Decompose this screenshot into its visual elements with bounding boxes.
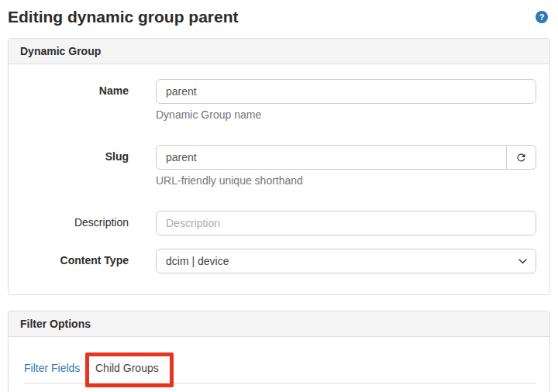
slug-field-row: Slug URL-friendly unique shorthand [20,145,536,187]
tab-item-filter-fields: Filter Fields [24,354,95,383]
page-title: Editing dynamic group parent [8,8,239,26]
name-label: Name [20,79,156,121]
dynamic-group-panel: Dynamic Group Name Dynamic Group name Sl… [8,38,550,295]
description-field-row: Description [20,211,536,236]
tab-child-groups[interactable]: Child Groups [95,354,159,383]
content-type-field-row: Content Type dcim | device [20,249,536,273]
content-type-label: Content Type [20,249,156,273]
dynamic-group-panel-title: Dynamic Group [9,39,549,64]
page-header: Editing dynamic group parent ? [0,0,558,26]
slug-input[interactable] [156,145,507,170]
regenerate-slug-button[interactable] [507,145,536,170]
description-label: Description [20,211,156,236]
slug-help-text: URL-friendly unique shorthand [156,174,536,187]
filter-options-panel-title: Filter Options [9,311,549,337]
content-type-select[interactable]: dcim | device [156,249,536,273]
description-input[interactable] [156,211,536,236]
tab-item-child-groups: Child Groups [95,354,159,383]
name-help-text: Dynamic Group name [156,108,536,121]
tab-filter-fields[interactable]: Filter Fields [24,354,95,383]
filter-options-panel: Filter Options Filter Fields Child Group… [8,311,550,392]
name-input[interactable] [156,79,536,104]
filter-tabs: Filter Fields Child Groups [24,354,536,383]
name-field-row: Name Dynamic Group name [20,79,536,121]
slug-label: Slug [20,145,156,187]
dynamic-group-panel-body: Name Dynamic Group name Slug [9,64,549,294]
refresh-icon [515,152,527,163]
help-icon[interactable]: ? [536,11,548,23]
filter-options-panel-body: Filter Fields Child Groups [9,337,549,383]
